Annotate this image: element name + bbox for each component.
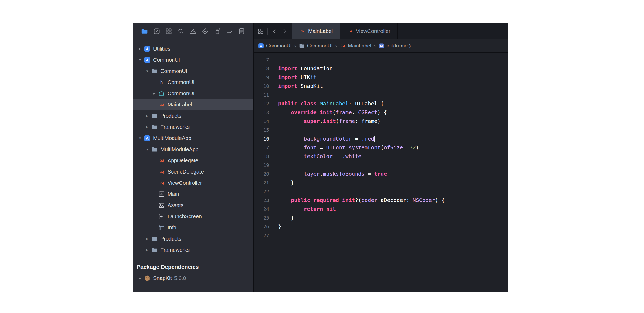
issues-navigator-button[interactable] bbox=[190, 28, 197, 35]
breakpoints-navigator-button[interactable] bbox=[226, 28, 233, 35]
line-number[interactable]: 26 bbox=[254, 222, 269, 231]
line-number[interactable]: 8 bbox=[254, 64, 269, 73]
code-text[interactable]: public class MainLabel: UILabel { bbox=[278, 99, 384, 108]
code-line-23[interactable]: 23 public required init?(coder aDecoder:… bbox=[254, 196, 508, 205]
code-text[interactable]: textColor = .white bbox=[278, 152, 361, 161]
code-line-10[interactable]: 10import SnapKit bbox=[254, 82, 508, 90]
line-number[interactable]: 15 bbox=[254, 126, 269, 134]
back-navigation-icon[interactable] bbox=[271, 28, 278, 35]
code-line-12[interactable]: 12public class MainLabel: UILabel { bbox=[254, 99, 508, 108]
tree-item-multimoduleapp[interactable]: ▾MultiModuleApp bbox=[133, 133, 253, 144]
code-text[interactable]: font = UIFont.systemFont(ofSize: 32) bbox=[278, 143, 419, 152]
tests-navigator-button[interactable] bbox=[202, 28, 209, 35]
symbols-navigator-button[interactable] bbox=[165, 28, 172, 35]
code-line-9[interactable]: 9import UIKit bbox=[254, 73, 508, 82]
code-line-18[interactable]: 18 textColor = .white bbox=[254, 152, 508, 161]
line-number[interactable]: 24 bbox=[254, 205, 269, 213]
line-number[interactable]: 7 bbox=[254, 55, 269, 64]
breadcrumb-commonui[interactable]: CommonUI bbox=[258, 43, 292, 49]
code-text[interactable]: return nil bbox=[278, 205, 336, 213]
chevron-right-icon[interactable]: ▸ bbox=[144, 113, 150, 118]
code-line-26[interactable]: 26} bbox=[254, 222, 508, 231]
chevron-down-icon[interactable]: ▾ bbox=[137, 57, 143, 62]
debug-navigator-button[interactable] bbox=[214, 28, 221, 35]
tree-item-commonui[interactable]: ▾CommonUI bbox=[133, 65, 253, 77]
line-number[interactable]: 17 bbox=[254, 143, 269, 152]
tree-item-viewcontroller[interactable]: ViewController bbox=[133, 177, 253, 188]
chevron-right-icon[interactable]: ▸ bbox=[151, 91, 158, 96]
chevron-right-icon[interactable]: ▸ bbox=[144, 236, 150, 241]
code-line-25[interactable]: 25 } bbox=[254, 213, 508, 222]
tree-item-frameworks[interactable]: ▸Frameworks bbox=[133, 244, 253, 256]
code-line-24[interactable]: 24 return nil bbox=[254, 205, 508, 213]
line-number[interactable]: 9 bbox=[254, 73, 269, 82]
code-text[interactable]: override init(frame: CGRect) { bbox=[278, 108, 387, 117]
tree-item-multimoduleapp[interactable]: ▾MultiModuleApp bbox=[133, 144, 253, 155]
tree-item-products[interactable]: ▸Products bbox=[133, 233, 253, 244]
chevron-right-icon[interactable]: ▸ bbox=[144, 248, 150, 252]
package-item-snapkit[interactable]: ▸SnapKit5.6.0 bbox=[133, 273, 253, 284]
line-number[interactable]: 19 bbox=[254, 161, 269, 170]
chevron-right-icon[interactable]: ▸ bbox=[137, 276, 143, 281]
tree-item-frameworks[interactable]: ▸Frameworks bbox=[133, 121, 253, 133]
chevron-down-icon[interactable]: ▾ bbox=[144, 147, 150, 152]
source-editor[interactable]: 78import Foundation9import UIKit10import… bbox=[254, 53, 508, 292]
tree-item-commonui[interactable]: hCommonUI bbox=[133, 77, 253, 88]
chevron-right-icon[interactable]: ▸ bbox=[144, 125, 150, 129]
code-text[interactable]: } bbox=[278, 222, 281, 231]
chevron-right-icon[interactable]: ▸ bbox=[137, 46, 143, 51]
code-text[interactable]: backgroundColor = .red bbox=[278, 134, 375, 143]
related-items-icon[interactable] bbox=[257, 28, 264, 35]
line-number[interactable]: 23 bbox=[254, 196, 269, 205]
project-navigator-button[interactable] bbox=[141, 28, 148, 35]
code-text[interactable]: super.init(frame: frame) bbox=[278, 117, 380, 126]
line-number[interactable]: 16 bbox=[254, 134, 269, 143]
chevron-down-icon[interactable]: ▾ bbox=[137, 136, 143, 141]
tree-item-info[interactable]: Info bbox=[133, 222, 253, 233]
code-line-14[interactable]: 14 super.init(frame: frame) bbox=[254, 117, 508, 126]
code-text[interactable]: import UIKit bbox=[278, 73, 317, 82]
code-line-16[interactable]: 16 backgroundColor = .red bbox=[254, 134, 508, 143]
code-line-11[interactable]: 11 bbox=[254, 90, 508, 99]
line-number[interactable]: 22 bbox=[254, 187, 269, 196]
code-line-17[interactable]: 17 font = UIFont.systemFont(ofSize: 32) bbox=[254, 143, 508, 152]
reports-navigator-button[interactable] bbox=[238, 28, 245, 35]
code-line-20[interactable]: 20 layer.masksToBounds = true bbox=[254, 170, 508, 178]
tree-item-commonui[interactable]: ▾CommonUI bbox=[133, 54, 253, 65]
breadcrumb-commonui[interactable]: CommonUI bbox=[299, 43, 333, 49]
line-number[interactable]: 20 bbox=[254, 170, 269, 178]
line-number[interactable]: 11 bbox=[254, 90, 269, 99]
tree-item-mainlabel[interactable]: MainLabel bbox=[133, 99, 253, 110]
code-text[interactable]: } bbox=[278, 178, 294, 187]
source-control-navigator-button[interactable] bbox=[153, 28, 160, 35]
line-number[interactable]: 13 bbox=[254, 108, 269, 117]
code-text[interactable]: } bbox=[278, 213, 294, 222]
code-text[interactable]: layer.masksToBounds = true bbox=[278, 170, 387, 178]
code-line-7[interactable]: 7 bbox=[254, 55, 508, 64]
tree-item-scenedelegate[interactable]: SceneDelegate bbox=[133, 166, 253, 177]
line-number[interactable]: 27 bbox=[254, 231, 269, 240]
code-text[interactable]: import Foundation bbox=[278, 64, 333, 73]
tree-item-products[interactable]: ▸Products bbox=[133, 110, 253, 121]
code-line-13[interactable]: 13 override init(frame: CGRect) { bbox=[254, 108, 508, 117]
line-number[interactable]: 21 bbox=[254, 178, 269, 187]
line-number[interactable]: 14 bbox=[254, 117, 269, 126]
code-line-22[interactable]: 22 bbox=[254, 187, 508, 196]
code-text[interactable]: import SnapKit bbox=[278, 82, 323, 90]
line-number[interactable]: 18 bbox=[254, 152, 269, 161]
tree-item-launchscreen[interactable]: LaunchScreen bbox=[133, 211, 253, 222]
tree-item-commonui[interactable]: ▸CommonUI bbox=[133, 88, 253, 99]
tab-viewcontroller[interactable]: ViewController bbox=[340, 23, 398, 39]
tree-item-utilities[interactable]: ▸Utilities bbox=[133, 43, 253, 54]
code-text[interactable]: public required init?(coder aDecoder: NS… bbox=[278, 196, 445, 205]
breadcrumb-mainlabel[interactable]: MainLabel bbox=[340, 43, 371, 49]
find-navigator-button[interactable] bbox=[177, 28, 185, 35]
tab-mainlabel[interactable]: MainLabel bbox=[292, 23, 340, 39]
forward-navigation-icon[interactable] bbox=[281, 28, 288, 35]
code-line-21[interactable]: 21 } bbox=[254, 178, 508, 187]
code-line-15[interactable]: 15 bbox=[254, 126, 508, 134]
chevron-down-icon[interactable]: ▾ bbox=[144, 69, 150, 73]
breadcrumb-init-frame-[interactable]: Minit(frame:) bbox=[378, 43, 411, 49]
tree-item-main[interactable]: Main bbox=[133, 188, 253, 200]
line-number[interactable]: 10 bbox=[254, 82, 269, 90]
